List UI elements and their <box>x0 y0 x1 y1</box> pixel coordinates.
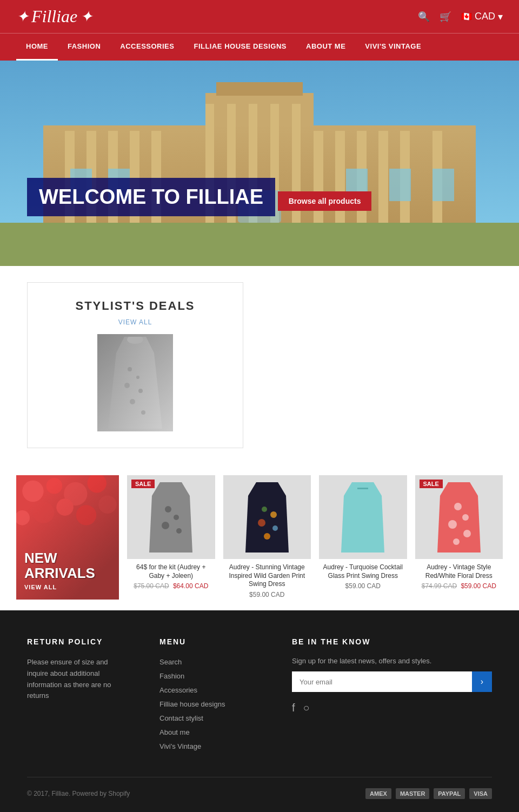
footer-link-about[interactable]: About me <box>159 728 190 736</box>
svg-point-32 <box>138 389 143 393</box>
nav-filliae-house[interactable]: FILLIAE HOUSE DESIGNS <box>184 34 296 61</box>
svg-point-34 <box>141 410 145 415</box>
svg-point-59 <box>462 514 469 521</box>
payment-paypal: PAYPAL <box>434 788 465 799</box>
newsletter-email-input[interactable] <box>292 671 472 692</box>
stylist-view-all-link[interactable]: VIEW ALL <box>44 318 227 326</box>
svg-point-58 <box>454 503 462 510</box>
product-name-3: Audrey - Turquoise Cocktail Glass Print … <box>322 563 404 580</box>
product-card: SALE Audrey - Vintage Style Red/White Fl… <box>415 475 503 600</box>
footer-columns: RETURN POLICY Please ensure of size and … <box>27 637 492 755</box>
product-cards-grid: SALE 64$ for the kit (Audrey + Gaby + Jo… <box>119 475 503 600</box>
instagram-icon[interactable]: ○ <box>303 702 310 714</box>
newsletter-submit-button[interactable]: › <box>472 671 492 692</box>
newsletter-subtext: Sign up for the latest news, offers and … <box>292 657 492 665</box>
footer-bottom: © 2017, Filliae. Powered by Shopify AMEX… <box>27 777 492 799</box>
svg-point-40 <box>56 498 74 516</box>
nav-home[interactable]: HOME <box>16 34 58 61</box>
svg-rect-1 <box>0 223 519 266</box>
products-section: NEW ARRIVALS VIEW ALL SALE 64$ for the k… <box>0 464 519 610</box>
svg-marker-55 <box>341 482 384 553</box>
new-arrivals-banner: NEW ARRIVALS VIEW ALL <box>16 475 119 600</box>
product-card: Audrey - Stunning Vintage Inspired Wild … <box>223 475 311 600</box>
hero-section: WELCOME TO FILLIAE Browse all products <box>0 61 519 266</box>
product-price-3: $59.00 CAD <box>319 582 407 590</box>
product-card: Audrey - Turquoise Cocktail Glass Print … <box>319 475 407 600</box>
product-dress-1 <box>149 482 192 553</box>
stylist-deals-box: STYLIST'S DEALS VIEW ALL <box>27 282 243 448</box>
currency-label: CAD <box>475 11 495 22</box>
product-image-3[interactable] <box>319 475 407 559</box>
svg-marker-44 <box>149 482 192 553</box>
payment-visa: VISA <box>469 788 492 799</box>
svg-point-29 <box>128 367 132 371</box>
product-dress-2 <box>245 482 289 553</box>
svg-rect-25 <box>432 169 454 201</box>
new-arrivals-text: NEW ARRIVALS VIEW ALL <box>24 550 111 591</box>
sale-badge: SALE <box>131 480 155 488</box>
hero-title: WELCOME TO FILLIAE <box>27 178 275 216</box>
footer-link-filliae-house[interactable]: Filliae house designs <box>159 700 225 708</box>
svg-rect-18 <box>378 131 388 223</box>
svg-point-62 <box>453 538 460 545</box>
browse-products-button[interactable]: Browse all products <box>278 191 372 211</box>
product-card: SALE 64$ for the kit (Audrey + Gaby + Jo… <box>127 475 215 600</box>
flag-icon: 🇨🇦 <box>461 11 472 22</box>
building-illustration <box>0 61 519 266</box>
payment-icons: AMEX MASTER PAYPAL VISA <box>365 788 492 799</box>
floral-bg <box>16 475 119 550</box>
logo-star-left: ✦ <box>16 8 29 25</box>
stylist-image <box>97 334 173 431</box>
footer-newsletter: BE IN THE KNOW Sign up for the latest ne… <box>292 637 492 755</box>
newsletter-heading: BE IN THE KNOW <box>292 637 492 646</box>
nav-about-me[interactable]: ABOUT ME <box>296 34 355 61</box>
new-arrivals-view-all[interactable]: VIEW ALL <box>24 584 57 590</box>
product-price-1: $75.00 CAD $64.00 CAD <box>127 582 215 590</box>
svg-point-54 <box>264 533 270 540</box>
svg-rect-24 <box>389 169 411 201</box>
svg-point-36 <box>46 478 63 494</box>
nav-vivis-vintage[interactable]: VIVI'S VINTAGE <box>355 34 431 61</box>
footer-link-accessories[interactable]: Accessories <box>159 686 197 694</box>
svg-point-48 <box>176 528 182 534</box>
cart-icon[interactable]: 🛒 <box>440 11 451 23</box>
payment-master: MASTER <box>396 788 429 799</box>
nav-fashion[interactable]: FASHION <box>58 34 110 61</box>
menu-heading: MENU <box>159 637 260 646</box>
search-icon[interactable]: 🔍 <box>418 11 430 23</box>
newsletter-form: › <box>292 671 492 692</box>
sale-badge: SALE <box>420 480 443 488</box>
footer-link-fashion[interactable]: Fashion <box>159 672 184 680</box>
header-icons: 🔍 🛒 🇨🇦 CAD ▾ <box>418 11 503 23</box>
facebook-icon[interactable]: f <box>292 702 295 714</box>
footer-link-contact[interactable]: Contact stylist <box>159 714 203 722</box>
main-nav: HOME FASHION ACCESSORIES FILLIAE HOUSE D… <box>0 33 519 61</box>
svg-point-43 <box>98 495 117 514</box>
svg-point-51 <box>270 511 277 518</box>
svg-point-60 <box>448 520 457 529</box>
svg-point-31 <box>124 383 130 388</box>
footer-link-vivis[interactable]: Vivi's Vintage <box>159 742 201 750</box>
svg-rect-56 <box>357 488 368 489</box>
currency-selector[interactable]: 🇨🇦 CAD ▾ <box>461 11 503 23</box>
product-image-2[interactable] <box>223 475 311 559</box>
footer-return-policy: RETURN POLICY Please ensure of size and … <box>27 637 127 755</box>
svg-point-33 <box>130 399 135 404</box>
svg-point-41 <box>76 505 96 525</box>
new-arrivals-label: NEW ARRIVALS <box>24 550 111 581</box>
footer-menu: MENU Search Fashion Accessories Filliae … <box>159 637 260 755</box>
copyright: © 2017, Filliae. Powered by Shopify <box>27 790 130 797</box>
svg-point-61 <box>463 530 471 537</box>
svg-rect-4 <box>216 82 303 96</box>
product-dress-3 <box>341 482 384 553</box>
footer-link-search[interactable]: Search <box>159 658 182 666</box>
hero-content: WELCOME TO FILLIAE Browse all products <box>27 178 371 223</box>
svg-point-38 <box>87 475 106 493</box>
svg-point-45 <box>165 506 171 513</box>
nav-accessories[interactable]: ACCESSORIES <box>110 34 184 61</box>
svg-point-50 <box>262 507 267 512</box>
svg-point-39 <box>33 502 54 523</box>
logo[interactable]: ✦ Filliae ✦ <box>16 6 92 26</box>
svg-marker-49 <box>245 482 289 553</box>
product-name-1: 64$ for the kit (Audrey + Gaby + Joleen) <box>130 563 212 580</box>
